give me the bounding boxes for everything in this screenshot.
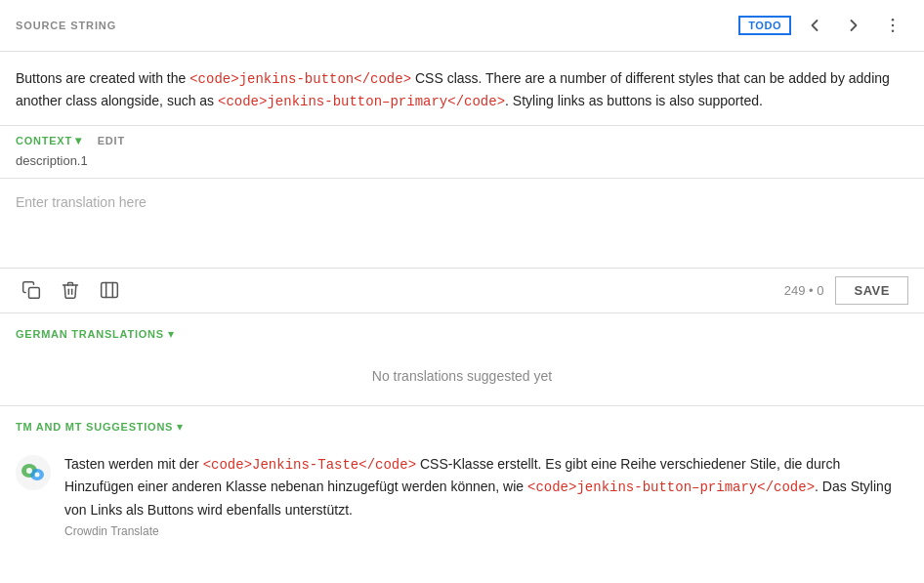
svg-point-0 [892, 19, 895, 21]
context-row: CONTEXT ▾ EDIT [16, 134, 908, 147]
source-code1: <code>jenkins-button</code> [189, 71, 411, 87]
svg-point-11 [35, 472, 40, 477]
expand-button[interactable] [94, 276, 125, 304]
toolbar-left [16, 276, 125, 304]
svg-rect-3 [29, 288, 40, 299]
expand-icon [100, 280, 119, 300]
save-button[interactable]: SAVE [835, 276, 908, 305]
suggestion-content: Tasten werden mit der <code>Jenkins-Tast… [64, 453, 908, 538]
context-value: description.1 [16, 153, 908, 168]
tm-suggestions-chevron: ▾ [177, 420, 183, 434]
crowdin-icon [16, 455, 51, 490]
svg-point-10 [26, 468, 32, 474]
delete-button[interactable] [55, 276, 86, 304]
context-label-text: CONTEXT [16, 135, 72, 146]
source-string-area: Buttons are created with the <code>jenki… [0, 52, 924, 126]
suggestion-code1: <code>Jenkins-Taste</code> [203, 457, 416, 473]
copy-icon [21, 280, 41, 300]
suggestion-item: Tasten werden mit der <code>Jenkins-Tast… [0, 443, 924, 544]
german-translations-label: GERMAN TRANSLATIONS [16, 328, 164, 340]
chevron-right-icon [844, 16, 863, 35]
more-options-button[interactable] [877, 12, 908, 39]
suggestion-text-before-code1: Tasten werden mit der [64, 456, 203, 472]
header: SOURCE STRING TODO [0, 0, 924, 52]
toolbar: 249 • 0 SAVE [0, 269, 924, 313]
suggestion-code2: <code>jenkins-button–primary</code> [527, 479, 815, 495]
nav-next-button[interactable] [838, 12, 869, 39]
chevron-left-icon [805, 16, 824, 35]
source-code2: <code>jenkins-button–primary</code> [218, 94, 505, 109]
edit-button[interactable]: EDIT [98, 135, 125, 146]
translation-input[interactable] [16, 179, 908, 265]
context-toggle[interactable]: CONTEXT ▾ [16, 134, 82, 147]
suggestion-text: Tasten werden mit der <code>Jenkins-Tast… [64, 453, 908, 521]
svg-point-2 [892, 30, 895, 33]
nav-prev-button[interactable] [799, 12, 830, 39]
svg-point-1 [892, 24, 895, 27]
german-translations-header[interactable]: GERMAN TRANSLATIONS ▾ [0, 313, 924, 351]
suggestion-source: Crowdin Translate [64, 524, 908, 538]
no-translations-message: No translations suggested yet [0, 351, 924, 406]
german-translations-chevron: ▾ [168, 327, 174, 341]
todo-badge: TODO [738, 16, 791, 35]
delete-icon [61, 280, 80, 300]
source-string-label: SOURCE STRING [16, 20, 116, 31]
header-actions: TODO [738, 12, 908, 39]
context-section: CONTEXT ▾ EDIT description.1 [0, 126, 924, 179]
source-text-after: . Styling links as buttons is also suppo… [505, 93, 763, 108]
source-text-before-code1: Buttons are created with the [16, 70, 189, 86]
tm-suggestions-header[interactable]: TM AND MT SUGGESTIONS ▾ [0, 406, 924, 443]
tm-suggestions-label: TM AND MT SUGGESTIONS [16, 421, 173, 433]
crowdin-logo-icon [16, 455, 51, 490]
copy-source-button[interactable] [16, 276, 47, 304]
context-chevron: ▾ [75, 134, 82, 147]
more-vertical-icon [883, 16, 903, 35]
source-text: Buttons are created with the <code>jenki… [16, 67, 908, 113]
char-count: 249 • 0 [784, 283, 824, 298]
translation-area [0, 179, 924, 269]
svg-rect-4 [102, 283, 118, 298]
toolbar-right: 249 • 0 SAVE [784, 276, 908, 305]
